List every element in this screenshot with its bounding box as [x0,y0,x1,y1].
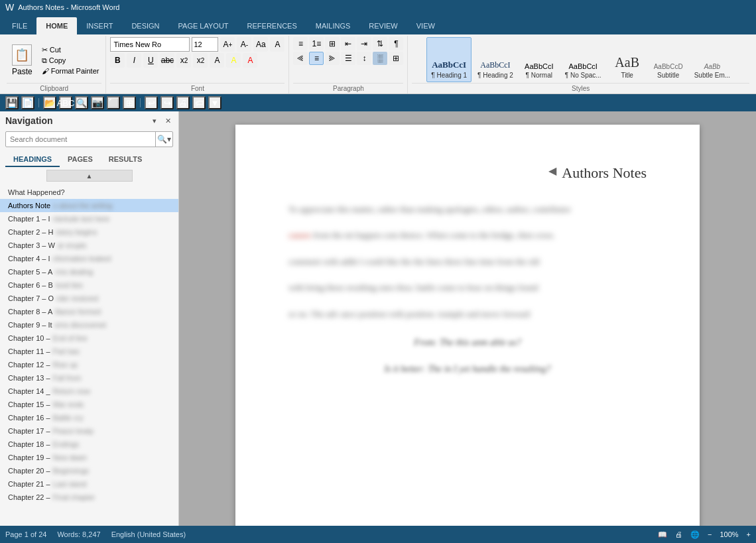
change-case-button[interactable]: Aa [253,37,268,52]
clear-formatting-button[interactable]: A [270,37,284,52]
nav-item-ch12[interactable]: Chapter 12 – Rise up [0,358,178,371]
align-center-button[interactable]: ≡ [309,52,324,65]
nav-item-ch17[interactable]: Chapter 17 – Peace treaty [0,424,178,438]
line-spacing-button[interactable]: ↕ [357,52,371,65]
increase-indent-button[interactable]: ⇥ [357,37,371,50]
nav-minimize-button[interactable]: ▾ [149,115,160,126]
nav-search-button[interactable]: 🔍▾ [155,132,172,147]
underline-button[interactable]: U [143,53,158,68]
tab-review[interactable]: REVIEW [359,17,407,34]
nav-item-ch19[interactable]: Chapter 19 – New dawn [0,451,178,464]
qa-screenshot-button[interactable]: 📷 [91,96,104,109]
font-name-input[interactable] [110,37,190,52]
qa-undo-button[interactable]: ↩ [145,96,158,109]
nav-item-ch20[interactable]: Chapter 20 – Beginnings [0,464,178,477]
tab-file[interactable]: FILE [3,17,36,34]
multilevel-button[interactable]: ⊞ [325,37,340,50]
tab-page-layout[interactable]: PAGE LAYOUT [169,17,238,34]
tab-references[interactable]: REFERENCES [238,17,306,34]
page-info[interactable]: Page 1 of 24 [5,530,46,538]
qa-label-button[interactable]: 🏷 [192,96,206,109]
style-heading1[interactable]: AaBbCcI ¶ Heading 1 [426,37,472,82]
italic-button[interactable]: I [127,53,141,68]
tab-home[interactable]: HOME [36,17,77,34]
nav-item-ch7[interactable]: Chapter 7 – Order restored [0,292,178,305]
justify-button[interactable]: ☰ [341,52,355,65]
highlight-button[interactable]: A [226,53,241,68]
qa-print-button[interactable]: 🖨 [176,96,190,109]
qa-shapes-button[interactable]: ⬜ [107,96,120,109]
view-print-button[interactable]: 🖨 [675,530,682,538]
style-title[interactable]: AaB Title [607,37,647,82]
font-shrink-button[interactable]: A- [237,37,251,52]
nav-item-ch3[interactable]: Chapter 3 – War erupts [0,239,178,252]
nav-item-ch5[interactable]: Chapter 5 – Arms dealing [0,265,178,278]
text-effects-button[interactable]: A [210,53,224,68]
document-area[interactable]: ◀ Authors Notes To appreciate this matte… [179,111,756,526]
qa-columns-button[interactable]: ⊞ [123,96,136,109]
style-subtitle[interactable]: AaBbCcD Subtitle [649,37,688,82]
copy-button[interactable]: ⧉ Copy [39,56,102,66]
paste-button[interactable]: 📋 Paste [7,37,38,83]
word-count[interactable]: Words: 8,247 [57,530,100,538]
superscript-button[interactable]: x2 [193,53,208,68]
nav-close-button[interactable]: ✕ [162,115,173,126]
nav-item-ch15[interactable]: Chapter 15 – War ends [0,398,178,411]
align-right-button[interactable]: ⫸ [325,52,340,65]
decrease-indent-button[interactable]: ⇤ [341,37,355,50]
nav-item-ch4[interactable]: Chapter 4 – Information leaked [0,252,178,265]
borders-button[interactable]: ⊞ [389,52,403,65]
nav-item-ch22[interactable]: Chapter 22 – Final chapter [0,491,178,504]
zoom-in-button[interactable]: + [747,530,751,538]
view-read-button[interactable]: 📖 [658,530,667,539]
qa-save-button[interactable]: 💾 [5,96,19,109]
nav-item-ch8[interactable]: Chapter 8 – Alliance formed [0,305,178,318]
nav-item-ch2[interactable]: Chapter 2 – History begins [0,225,178,239]
show-marks-button[interactable]: ¶ [389,37,403,50]
nav-search-input[interactable] [6,135,155,143]
align-left-button[interactable]: ⫷ [293,52,308,65]
style-subtle-em[interactable]: AaBb Subtle Em... [690,37,735,82]
qa-new-button[interactable]: 📄 [21,96,34,109]
view-web-button[interactable]: 🌐 [690,530,700,539]
nav-item-ch16[interactable]: Chapter 16 – Battle cry [0,411,178,424]
language[interactable]: English (United States) [111,530,186,538]
nav-tab-pages[interactable]: PAGES [60,152,101,167]
shading-button[interactable]: ░ [373,52,387,65]
nav-item-authors-note[interactable]: Authors Notes about the writing [0,199,178,212]
nav-item-ch10[interactable]: Chapter 10 – End of line [0,332,178,345]
style-no-spacing[interactable]: AaBbCcI ¶ No Spac... [560,37,606,82]
cut-button[interactable]: ✂ Cut [39,45,102,55]
nav-item-ch14[interactable]: Chapter 14 _ Return now [0,385,178,398]
qa-spellcheck-button[interactable]: ABC [59,96,72,109]
nav-item-ch21[interactable]: Chapter 21 – Last stand [0,477,178,491]
tab-mailings[interactable]: MAILINGS [306,17,360,34]
tab-insert[interactable]: INSERT [77,17,122,34]
strikethrough-button[interactable]: abc [160,53,174,68]
tab-design[interactable]: DESIGN [122,17,168,34]
nav-tab-headings[interactable]: HEADINGS [5,152,60,167]
sort-button[interactable]: ⇅ [373,37,387,50]
qa-open-button[interactable]: 📂 [43,96,56,109]
style-heading2[interactable]: AaBbCcI ¶ Heading 2 [473,37,518,82]
font-grow-button[interactable]: A+ [220,37,235,52]
subscript-button[interactable]: x2 [176,53,191,68]
style-normal[interactable]: AaBbCcI ¶ Normal [519,37,559,82]
tab-view[interactable]: VIEW [407,17,444,34]
nav-item-ch6[interactable]: Chapter 6 – Blood ties [0,278,178,292]
bold-button[interactable]: B [110,53,125,68]
qa-redo-button[interactable]: ↪ [160,96,174,109]
zoom-out-button[interactable]: − [708,530,712,538]
nav-item-ch13[interactable]: Chapter 13 – Fall from [0,371,178,385]
font-size-input[interactable] [192,37,218,52]
bullets-button[interactable]: ≡ [293,37,308,50]
font-color-button[interactable]: A [243,53,257,68]
numbering-button[interactable]: 1≡ [309,37,324,50]
qa-search-button[interactable]: 🔍 [75,96,88,109]
qa-more-button[interactable]: ▼ [208,96,221,109]
nav-item-ch9[interactable]: Chapter 9 – Items discovered [0,318,178,332]
nav-tab-results[interactable]: RESULTS [101,152,151,167]
nav-item-ch18[interactable]: Chapter 18 – Endings [0,438,178,451]
collapse-button[interactable]: ▲ [46,170,133,182]
nav-item-ch1[interactable]: Chapter 1 – Interlude text here [0,212,178,225]
